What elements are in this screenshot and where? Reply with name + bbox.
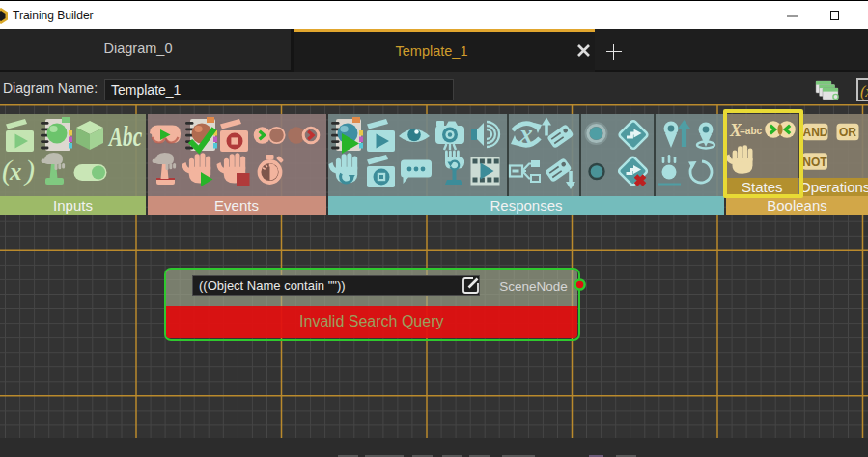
svg-text:(x: (x (860, 83, 868, 100)
